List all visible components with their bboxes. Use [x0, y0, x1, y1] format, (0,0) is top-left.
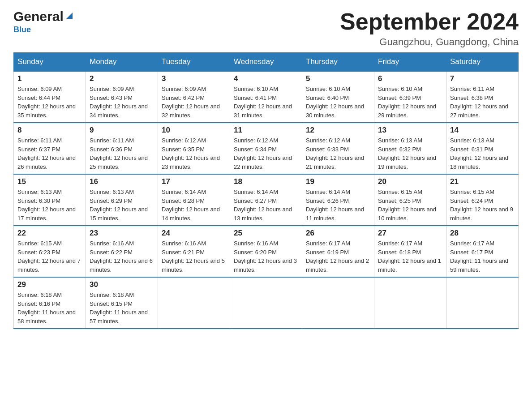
calendar-cell: 2 Sunrise: 6:09 AMSunset: 6:43 PMDayligh…: [86, 71, 158, 123]
calendar-cell: 25 Sunrise: 6:16 AMSunset: 6:20 PMDaylig…: [230, 226, 302, 277]
day-info: Sunrise: 6:15 AMSunset: 6:25 PMDaylight:…: [378, 188, 436, 222]
calendar-cell: 29 Sunrise: 6:18 AMSunset: 6:16 PMDaylig…: [14, 277, 86, 329]
logo-blue-text: Blue: [13, 25, 31, 34]
logo-general-text: General: [13, 9, 64, 24]
month-year-title: September 2024: [340, 9, 519, 34]
logo: General Blue: [13, 9, 74, 34]
day-info: Sunrise: 6:13 AMSunset: 6:31 PMDaylight:…: [450, 137, 508, 170]
day-info: Sunrise: 6:13 AMSunset: 6:30 PMDaylight:…: [17, 188, 76, 222]
week-row-1: 1 Sunrise: 6:09 AMSunset: 6:44 PMDayligh…: [14, 71, 519, 123]
day-number: 22: [17, 229, 82, 238]
day-info: Sunrise: 6:14 AMSunset: 6:28 PMDaylight:…: [162, 188, 220, 222]
day-number: 16: [90, 177, 154, 186]
day-number: 5: [306, 74, 370, 83]
day-info: Sunrise: 6:16 AMSunset: 6:22 PMDaylight:…: [90, 240, 153, 273]
day-info: Sunrise: 6:09 AMSunset: 6:42 PMDaylight:…: [162, 86, 220, 119]
title-section: September 2024 Guangzhou, Guangdong, Chi…: [340, 9, 519, 48]
calendar-cell: 10 Sunrise: 6:12 AMSunset: 6:35 PMDaylig…: [158, 123, 230, 174]
calendar-cell: 15 Sunrise: 6:13 AMSunset: 6:30 PMDaylig…: [14, 174, 86, 226]
day-number: 26: [306, 229, 370, 238]
week-row-4: 22 Sunrise: 6:15 AMSunset: 6:23 PMDaylig…: [14, 226, 519, 277]
week-row-2: 8 Sunrise: 6:11 AMSunset: 6:37 PMDayligh…: [14, 123, 519, 174]
calendar-cell: 30 Sunrise: 6:18 AMSunset: 6:15 PMDaylig…: [86, 277, 158, 329]
day-info: Sunrise: 6:15 AMSunset: 6:23 PMDaylight:…: [17, 240, 81, 273]
calendar-cell: 23 Sunrise: 6:16 AMSunset: 6:22 PMDaylig…: [86, 226, 158, 277]
day-info: Sunrise: 6:09 AMSunset: 6:43 PMDaylight:…: [90, 86, 148, 119]
day-number: 1: [17, 74, 82, 83]
day-number: 29: [17, 280, 82, 289]
day-number: 27: [378, 229, 442, 238]
svg-marker-0: [66, 13, 73, 19]
calendar-cell: [230, 277, 302, 329]
day-number: 24: [162, 229, 226, 238]
day-number: 7: [450, 74, 515, 83]
day-number: 3: [162, 74, 226, 83]
day-info: Sunrise: 6:15 AMSunset: 6:24 PMDaylight:…: [450, 188, 513, 222]
calendar-table: SundayMondayTuesdayWednesdayThursdayFrid…: [13, 52, 519, 329]
calendar-cell: 19 Sunrise: 6:14 AMSunset: 6:26 PMDaylig…: [302, 174, 374, 226]
calendar-cell: [446, 277, 519, 329]
day-number: 11: [234, 126, 298, 135]
day-number: 12: [306, 126, 370, 135]
calendar-cell: 12 Sunrise: 6:12 AMSunset: 6:33 PMDaylig…: [302, 123, 374, 174]
calendar-cell: 9 Sunrise: 6:11 AMSunset: 6:36 PMDayligh…: [86, 123, 158, 174]
day-info: Sunrise: 6:17 AMSunset: 6:19 PMDaylight:…: [306, 240, 369, 273]
calendar-cell: 22 Sunrise: 6:15 AMSunset: 6:23 PMDaylig…: [14, 226, 86, 277]
day-info: Sunrise: 6:12 AMSunset: 6:34 PMDaylight:…: [234, 137, 292, 170]
day-number: 28: [450, 229, 515, 238]
day-info: Sunrise: 6:11 AMSunset: 6:36 PMDaylight:…: [90, 137, 148, 170]
day-number: 2: [90, 74, 154, 83]
day-number: 23: [90, 229, 154, 238]
weekday-header-friday: Friday: [374, 53, 446, 72]
day-number: 13: [378, 126, 442, 135]
calendar-cell: 27 Sunrise: 6:17 AMSunset: 6:18 PMDaylig…: [374, 226, 446, 277]
day-number: 20: [378, 177, 442, 186]
weekday-header-wednesday: Wednesday: [230, 53, 302, 72]
calendar-cell: 14 Sunrise: 6:13 AMSunset: 6:31 PMDaylig…: [446, 123, 519, 174]
weekday-header-saturday: Saturday: [446, 53, 519, 72]
calendar-cell: 26 Sunrise: 6:17 AMSunset: 6:19 PMDaylig…: [302, 226, 374, 277]
day-number: 17: [162, 177, 226, 186]
calendar-cell: 8 Sunrise: 6:11 AMSunset: 6:37 PMDayligh…: [14, 123, 86, 174]
day-info: Sunrise: 6:14 AMSunset: 6:26 PMDaylight:…: [306, 188, 364, 222]
day-number: 18: [234, 177, 298, 186]
calendar-cell: 4 Sunrise: 6:10 AMSunset: 6:41 PMDayligh…: [230, 71, 302, 123]
day-info: Sunrise: 6:12 AMSunset: 6:33 PMDaylight:…: [306, 137, 364, 170]
day-info: Sunrise: 6:13 AMSunset: 6:32 PMDaylight:…: [378, 137, 436, 170]
calendar-cell: 5 Sunrise: 6:10 AMSunset: 6:40 PMDayligh…: [302, 71, 374, 123]
calendar-cell: 6 Sunrise: 6:10 AMSunset: 6:39 PMDayligh…: [374, 71, 446, 123]
calendar-cell: 11 Sunrise: 6:12 AMSunset: 6:34 PMDaylig…: [230, 123, 302, 174]
calendar-cell: [374, 277, 446, 329]
weekday-header-row: SundayMondayTuesdayWednesdayThursdayFrid…: [14, 53, 519, 72]
day-number: 14: [450, 126, 515, 135]
day-info: Sunrise: 6:17 AMSunset: 6:17 PMDaylight:…: [450, 240, 508, 273]
logo-triangle-icon: [64, 11, 74, 21]
day-number: 21: [450, 177, 515, 186]
day-number: 30: [90, 280, 154, 289]
day-info: Sunrise: 6:14 AMSunset: 6:27 PMDaylight:…: [234, 188, 292, 222]
day-number: 4: [234, 74, 298, 83]
day-info: Sunrise: 6:16 AMSunset: 6:20 PMDaylight:…: [234, 240, 297, 273]
calendar-cell: 17 Sunrise: 6:14 AMSunset: 6:28 PMDaylig…: [158, 174, 230, 226]
calendar-cell: 24 Sunrise: 6:16 AMSunset: 6:21 PMDaylig…: [158, 226, 230, 277]
calendar-cell: 13 Sunrise: 6:13 AMSunset: 6:32 PMDaylig…: [374, 123, 446, 174]
weekday-header-thursday: Thursday: [302, 53, 374, 72]
day-info: Sunrise: 6:11 AMSunset: 6:38 PMDaylight:…: [450, 86, 508, 119]
day-number: 25: [234, 229, 298, 238]
day-info: Sunrise: 6:10 AMSunset: 6:39 PMDaylight:…: [378, 86, 436, 119]
calendar-cell: 7 Sunrise: 6:11 AMSunset: 6:38 PMDayligh…: [446, 71, 519, 123]
day-info: Sunrise: 6:12 AMSunset: 6:35 PMDaylight:…: [162, 137, 220, 170]
day-info: Sunrise: 6:17 AMSunset: 6:18 PMDaylight:…: [378, 240, 441, 273]
week-row-5: 29 Sunrise: 6:18 AMSunset: 6:16 PMDaylig…: [14, 277, 519, 329]
calendar-cell: 21 Sunrise: 6:15 AMSunset: 6:24 PMDaylig…: [446, 174, 519, 226]
calendar-cell: 3 Sunrise: 6:09 AMSunset: 6:42 PMDayligh…: [158, 71, 230, 123]
week-row-3: 15 Sunrise: 6:13 AMSunset: 6:30 PMDaylig…: [14, 174, 519, 226]
day-number: 9: [90, 126, 154, 135]
day-info: Sunrise: 6:09 AMSunset: 6:44 PMDaylight:…: [17, 86, 76, 119]
calendar-cell: 1 Sunrise: 6:09 AMSunset: 6:44 PMDayligh…: [14, 71, 86, 123]
weekday-header-monday: Monday: [86, 53, 158, 72]
day-info: Sunrise: 6:16 AMSunset: 6:21 PMDaylight:…: [162, 240, 225, 273]
calendar-cell: [158, 277, 230, 329]
page-header: General Blue September 2024 Guangzhou, G…: [13, 9, 519, 48]
calendar-cell: 16 Sunrise: 6:13 AMSunset: 6:29 PMDaylig…: [86, 174, 158, 226]
